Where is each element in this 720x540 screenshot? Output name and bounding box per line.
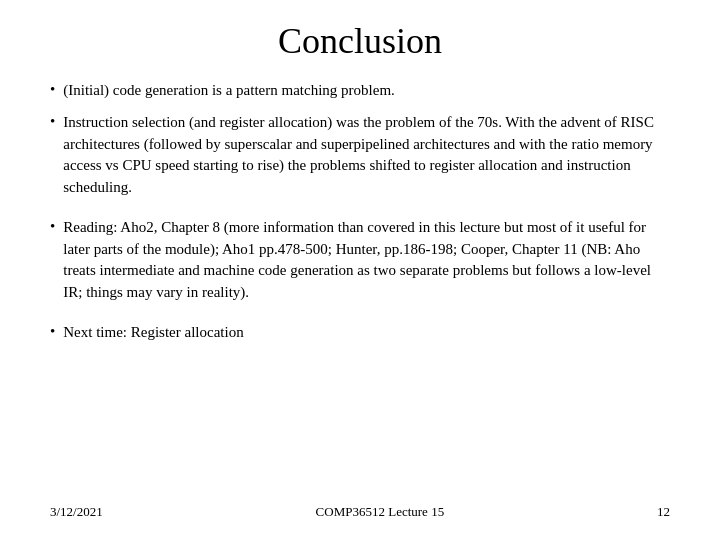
bullet-text-3: Reading: Aho2, Chapter 8 (more informati… [63, 217, 670, 304]
bullet-item-2: • Instruction selection (and register al… [50, 112, 670, 199]
slide-title: Conclusion [50, 20, 670, 62]
footer-title: COMP36512 Lecture 15 [316, 504, 445, 520]
footer-date: 3/12/2021 [50, 504, 103, 520]
bullet-item-4: • Next time: Register allocation [50, 322, 670, 344]
bullet-item-3: • Reading: Aho2, Chapter 8 (more informa… [50, 217, 670, 304]
bullet-marker-1: • [50, 81, 55, 98]
bullet-text-1: (Initial) code generation is a pattern m… [63, 80, 395, 102]
slide: Conclusion • (Initial) code generation i… [0, 0, 720, 540]
bullet-text-4: Next time: Register allocation [63, 322, 243, 344]
bullet-marker-2: • [50, 113, 55, 130]
slide-content: • (Initial) code generation is a pattern… [50, 80, 670, 498]
spacer-1 [50, 209, 670, 217]
bullet-marker-3: • [50, 218, 55, 235]
footer-page: 12 [657, 504, 670, 520]
bullet-item-1: • (Initial) code generation is a pattern… [50, 80, 670, 102]
bullet-text-2: Instruction selection (and register allo… [63, 112, 670, 199]
bullet-marker-4: • [50, 323, 55, 340]
slide-footer: 3/12/2021 COMP36512 Lecture 15 12 [50, 498, 670, 520]
spacer-2 [50, 314, 670, 322]
